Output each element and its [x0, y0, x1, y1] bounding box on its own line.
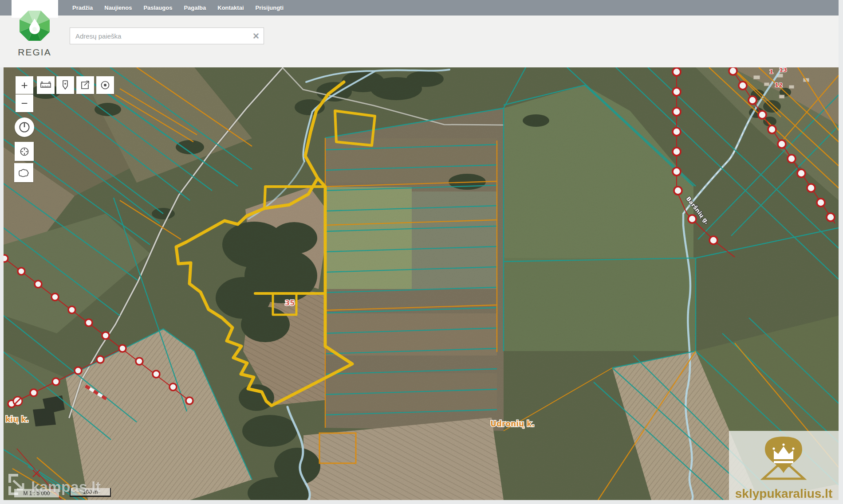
village-label-right: Udronių k. — [490, 419, 535, 428]
sklypukaralius-watermark-box: sklypukaralius.lt — [729, 431, 839, 500]
search-input[interactable] — [70, 32, 248, 40]
brand-name: REGIA — [12, 47, 57, 58]
nav-item-prisijungti[interactable]: Prisijungti — [256, 4, 284, 11]
red-mark-12: 12 — [775, 82, 783, 88]
crosshair-icon — [19, 146, 30, 157]
ruler-icon — [40, 81, 51, 89]
top-navbar: Pradžia Naujienos Paslaugos Pagalba Kont… — [0, 0, 839, 16]
target-dot-icon — [100, 80, 110, 90]
lithuania-outline-icon — [18, 168, 30, 178]
share-arrow-icon — [80, 80, 90, 90]
nav-item-paslaugos[interactable]: Paslaugos — [143, 4, 172, 11]
red-mark-1: 1 — [769, 68, 773, 75]
zoom-out-button[interactable]: − — [16, 94, 33, 112]
nav-item-naujienos[interactable]: Naujienos — [104, 4, 132, 11]
export-button[interactable] — [76, 76, 94, 94]
regia-octagon-icon — [12, 8, 57, 46]
target-button[interactable] — [96, 76, 114, 94]
lithuania-extent-button[interactable] — [14, 163, 33, 182]
minus-icon: − — [21, 98, 28, 109]
address-search: ✕ — [70, 27, 264, 44]
regia-logo[interactable]: REGIA — [12, 8, 57, 57]
history-clock-button[interactable] — [15, 117, 34, 137]
red-mark-13: 13 — [779, 67, 787, 73]
nav-item-pagalba[interactable]: Pagalba — [184, 4, 206, 11]
parcel-number-label: 35 — [285, 299, 295, 307]
sklypukaralius-watermark: sklypukaralius.lt — [729, 487, 839, 500]
zoom-in-button[interactable]: + — [16, 76, 33, 94]
nav-item-kontaktai[interactable]: Kontaktai — [217, 4, 244, 11]
map-graphic: 35 Udronių k. kių k. Baršnių g. 1 13 12 — [4, 67, 839, 500]
measure-button[interactable] — [37, 76, 55, 94]
kampas-logo-icon — [5, 472, 30, 497]
nav-item-pradzia[interactable]: Pradžia — [72, 4, 93, 11]
map-canvas[interactable]: 35 Udronių k. kių k. Baršnių g. 1 13 12 … — [4, 67, 839, 500]
nav-menu: Pradžia Naujienos Paslaugos Pagalba Kont… — [72, 0, 284, 16]
geolocate-button[interactable] — [15, 142, 34, 161]
page-right-margin — [839, 0, 843, 504]
clear-search-icon[interactable]: ✕ — [248, 31, 264, 41]
marker-button[interactable] — [56, 76, 74, 94]
village-label-left: kių k. — [5, 415, 29, 424]
plus-icon: + — [21, 79, 28, 91]
marker-pin-icon — [62, 80, 69, 90]
clock-icon — [19, 121, 30, 133]
kampas-watermark: kampas.lt — [31, 478, 101, 496]
